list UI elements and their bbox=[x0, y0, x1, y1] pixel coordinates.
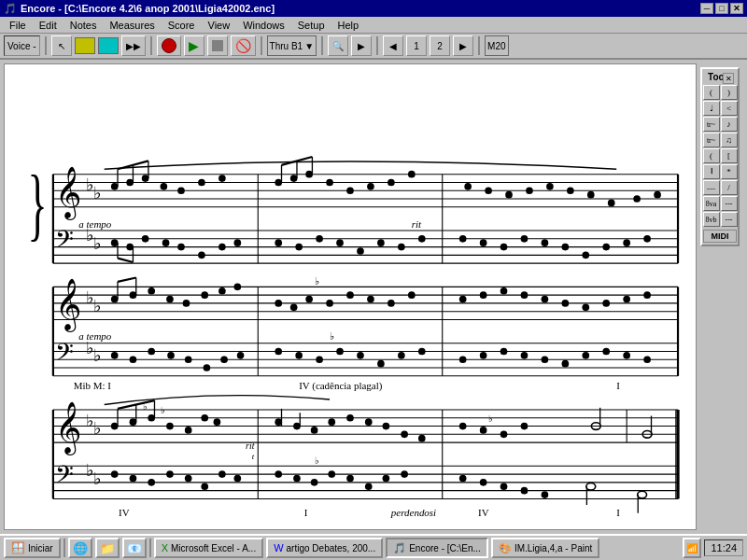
svg-point-204 bbox=[328, 418, 335, 426]
svg-point-203 bbox=[311, 427, 318, 434]
tool-bracket[interactable]: [ bbox=[721, 148, 738, 163]
svg-point-68 bbox=[336, 239, 344, 246]
menu-edit[interactable]: Edit bbox=[34, 19, 63, 32]
svg-point-112 bbox=[233, 284, 241, 291]
menu-setup[interactable]: Setup bbox=[292, 19, 331, 32]
svg-point-221 bbox=[111, 470, 119, 478]
svg-point-49 bbox=[567, 187, 574, 194]
tool-8vb[interactable]: 8vb bbox=[703, 212, 720, 227]
svg-point-236 bbox=[383, 475, 390, 483]
svg-point-226 bbox=[201, 483, 208, 490]
color2-button[interactable] bbox=[98, 37, 119, 54]
tool-arc-open[interactable]: ( bbox=[703, 85, 720, 100]
svg-point-137 bbox=[148, 348, 155, 356]
color1-button[interactable] bbox=[75, 37, 95, 54]
staff-system2: 𝄞 𝄢 ♭ ♭ ♭ ♭ bbox=[53, 275, 678, 392]
menu-measures[interactable]: Measures bbox=[104, 19, 160, 32]
tool-eighth[interactable]: ♪ bbox=[721, 117, 738, 132]
svg-point-50 bbox=[587, 191, 595, 199]
tool-8va[interactable]: 8va bbox=[703, 196, 720, 211]
svg-point-109 bbox=[183, 300, 190, 307]
menu-view[interactable]: View bbox=[203, 19, 236, 32]
tool-trill[interactable]: tr~ bbox=[703, 117, 720, 132]
no-entry-button[interactable]: 🚫 bbox=[231, 35, 256, 56]
svg-text:♭: ♭ bbox=[315, 455, 319, 466]
play-button[interactable]: ▶ bbox=[184, 35, 204, 56]
svg-point-144 bbox=[295, 352, 303, 359]
paint-taskbar-button[interactable]: 🎨 IM.Ligia,4,a - Paint bbox=[491, 538, 599, 558]
svg-point-59 bbox=[198, 252, 205, 259]
menu-file[interactable]: File bbox=[4, 19, 32, 32]
svg-text:a tempo: a tempo bbox=[78, 218, 112, 230]
svg-point-239 bbox=[480, 479, 487, 486]
tool-less[interactable]: < bbox=[721, 101, 738, 116]
zoom-tool-button[interactable]: 🔍 bbox=[328, 35, 348, 56]
tool-paren-open[interactable]: ( bbox=[703, 148, 720, 163]
svg-point-39 bbox=[408, 171, 416, 178]
tool-slash[interactable]: / bbox=[721, 180, 738, 195]
record-button[interactable] bbox=[157, 35, 181, 56]
taskbar: 🪟 Iniciar 🌐 📁 📧 X Microsoft Excel - A...… bbox=[0, 534, 747, 560]
svg-text:I: I bbox=[616, 507, 620, 518]
svg-point-223 bbox=[148, 479, 155, 486]
menu-help[interactable]: Help bbox=[332, 19, 365, 32]
svg-point-46 bbox=[505, 191, 513, 199]
tool-8va-line[interactable]: --- bbox=[721, 196, 738, 211]
tool-trill2[interactable]: tr~ bbox=[703, 133, 720, 147]
close-button[interactable]: ✕ bbox=[730, 3, 743, 14]
menu-notes[interactable]: Notes bbox=[64, 19, 103, 32]
svg-text:♭: ♭ bbox=[488, 413, 493, 424]
tool-asterisk[interactable]: * bbox=[721, 164, 738, 179]
page-total-button[interactable]: 2 bbox=[430, 35, 450, 56]
tool-beam[interactable]: ♫ bbox=[721, 133, 738, 147]
forward-button[interactable]: ▶ bbox=[351, 35, 372, 56]
word-taskbar-button[interactable]: W artigo Debates, 200... bbox=[266, 538, 383, 558]
tool-8vb-line[interactable]: --- bbox=[721, 212, 738, 227]
menu-windows[interactable]: Windows bbox=[237, 19, 290, 32]
svg-point-228 bbox=[233, 475, 241, 483]
tool-note[interactable]: ♩ bbox=[703, 101, 720, 116]
svg-point-140 bbox=[204, 364, 211, 371]
next-button[interactable]: ▶▶ bbox=[121, 35, 146, 56]
folder-icon: 📁 bbox=[100, 541, 115, 555]
svg-text:IV (cadência plagal): IV (cadência plagal) bbox=[299, 380, 383, 392]
minimize-button[interactable]: ─ bbox=[700, 3, 713, 14]
prev-page-button[interactable]: ◀ bbox=[383, 35, 403, 56]
measure-display[interactable]: M20 bbox=[485, 35, 508, 56]
folder-button[interactable]: 📁 bbox=[95, 538, 120, 558]
network-icon2: 📶 bbox=[686, 543, 698, 553]
stop-button[interactable] bbox=[207, 35, 228, 56]
network-button[interactable]: 📧 bbox=[122, 538, 147, 558]
maximize-button[interactable]: □ bbox=[715, 3, 728, 14]
tool-arc-close[interactable]: ) bbox=[721, 85, 738, 100]
tool-double-bar[interactable]: 𝄂 bbox=[703, 164, 720, 179]
svg-point-237 bbox=[401, 470, 408, 478]
cursor-tool-button[interactable]: ↖ bbox=[51, 35, 72, 56]
voice-selector[interactable]: Voice - bbox=[4, 35, 40, 56]
next-page-button[interactable]: ▶ bbox=[453, 35, 473, 56]
encore-icon: 🎵 bbox=[393, 542, 406, 554]
tool-dash[interactable]: — bbox=[703, 180, 720, 195]
svg-point-128 bbox=[521, 291, 529, 299]
thru-selector[interactable]: Thru B1 ▼ bbox=[267, 35, 317, 56]
svg-point-191 bbox=[166, 423, 174, 430]
encore-taskbar-button[interactable]: 🎵 Encore - [C:\En... bbox=[386, 538, 488, 558]
excel-taskbar-button[interactable]: X Microsoft Excel - A... bbox=[154, 538, 263, 558]
tools-close-button[interactable]: ✕ bbox=[723, 73, 734, 84]
page-num-button[interactable]: 1 bbox=[406, 35, 427, 56]
menu-score[interactable]: Score bbox=[162, 19, 201, 32]
score-area[interactable]: 𝄞 𝄢 ♭ ♭ ♭ ♭ } bbox=[4, 63, 697, 530]
ie-button[interactable]: 🌐 bbox=[68, 538, 92, 558]
staff-system1-treble: 𝄞 𝄢 ♭ ♭ ♭ ♭ } bbox=[27, 157, 678, 263]
start-button[interactable]: 🪟 Iniciar bbox=[4, 538, 61, 558]
svg-point-154 bbox=[500, 348, 508, 356]
word-icon: W bbox=[274, 542, 283, 553]
svg-text:Mib M: I: Mib M: I bbox=[74, 380, 112, 391]
svg-point-132 bbox=[602, 300, 610, 307]
svg-point-145 bbox=[316, 356, 323, 363]
svg-text:♭: ♭ bbox=[93, 469, 101, 488]
svg-point-110 bbox=[201, 291, 208, 299]
svg-point-212 bbox=[500, 430, 508, 438]
svg-point-108 bbox=[166, 296, 174, 303]
svg-point-130 bbox=[562, 300, 570, 307]
